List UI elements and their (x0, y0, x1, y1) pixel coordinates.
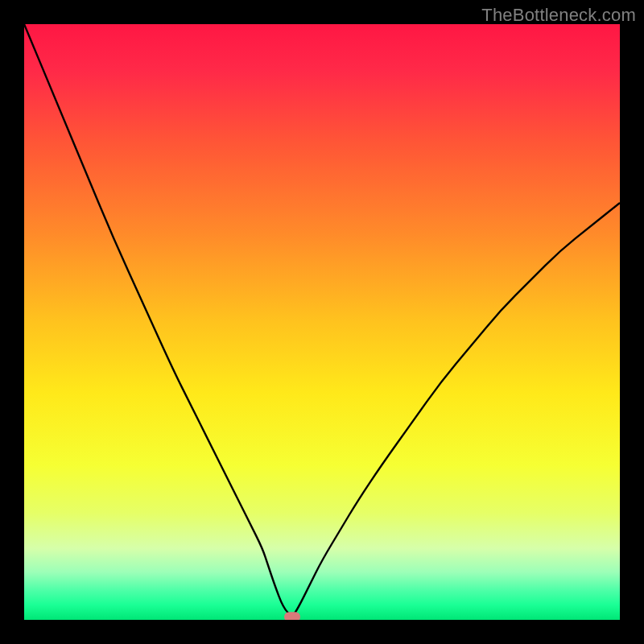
bottleneck-chart (0, 0, 644, 644)
plot-area (12, 12, 632, 632)
chart-container: TheBottleneck.com (0, 0, 644, 644)
watermark-text: TheBottleneck.com (481, 5, 636, 26)
plot-background (24, 24, 620, 620)
